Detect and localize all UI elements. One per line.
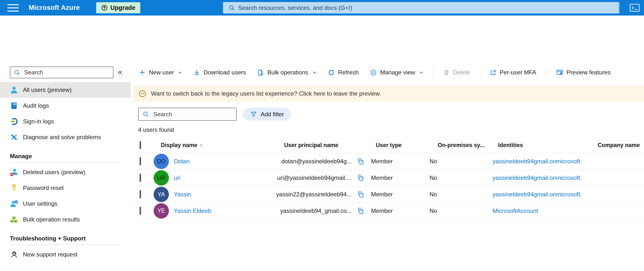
on-premises-cell: No xyxy=(429,191,492,198)
user-type-cell: Member xyxy=(370,174,429,181)
refresh-button[interactable]: Refresh xyxy=(328,69,359,76)
display-name-link[interactable]: Yassin Eldeeb xyxy=(174,208,211,214)
copy-icon[interactable] xyxy=(353,158,370,165)
upn-cell: yassineldeeb94_gmail.co... xyxy=(273,208,353,214)
delete-button[interactable]: Delete xyxy=(443,69,470,76)
upn-cell: yassin22@yassineldeeb94... xyxy=(273,191,353,198)
table-search-input[interactable] xyxy=(153,111,227,118)
per-user-mfa-button[interactable]: Per-user MFA xyxy=(490,69,536,76)
column-header-display-name[interactable]: Display name ↑ xyxy=(154,142,273,149)
sidebar-item-label: Bulk operation results xyxy=(23,216,80,223)
audit-logs-icon xyxy=(10,101,18,110)
preview-features-icon xyxy=(556,69,563,76)
global-search xyxy=(223,2,619,13)
select-all-cell xyxy=(140,142,154,149)
sidebar-item-label: Deleted users (preview) xyxy=(23,169,85,176)
table-row: DO Dotan dotan@yassineldeeb94g... Member… xyxy=(133,153,644,170)
document-arrow-icon xyxy=(257,69,264,76)
menu-icon[interactable] xyxy=(8,4,19,11)
chevron-down-icon xyxy=(178,70,182,75)
sidebar-item-sign-in-logs[interactable]: Sign-in logs xyxy=(0,114,131,129)
sidebar-item-all-users[interactable]: All users (preview) xyxy=(0,82,131,98)
display-name-link[interactable]: Yassin xyxy=(174,191,191,198)
on-premises-cell: No xyxy=(429,174,492,181)
plus-icon xyxy=(139,69,146,76)
row-checkbox[interactable] xyxy=(140,207,141,215)
user-type-cell: Member xyxy=(370,158,429,165)
sidebar-item-label: All users (preview) xyxy=(23,86,72,93)
refresh-label: Refresh xyxy=(338,69,359,76)
person-icon xyxy=(10,86,18,94)
identities-link[interactable]: MicrosoftAccount xyxy=(492,208,538,214)
column-header-upn[interactable]: User principal name xyxy=(273,142,353,149)
banner-message[interactable]: Want to switch back to the legacy users … xyxy=(151,90,381,97)
column-header-on-premises[interactable]: On-premises sy... xyxy=(429,142,492,149)
upgrade-label: Upgrade xyxy=(110,4,135,11)
sidebar-item-user-settings[interactable]: User settings xyxy=(0,196,131,212)
upgrade-icon xyxy=(101,4,108,11)
section-divider xyxy=(10,162,121,163)
copy-icon[interactable] xyxy=(353,207,370,215)
sidebar-item-label: User settings xyxy=(23,200,58,207)
identities-link[interactable]: yassineldeeb94gmail.onmicrosoft. xyxy=(492,191,582,198)
copy-icon[interactable] xyxy=(353,174,370,182)
avatar: YA xyxy=(154,187,169,202)
user-type-cell: Member xyxy=(370,191,429,198)
row-checkbox[interactable] xyxy=(140,157,141,165)
on-premises-cell: No xyxy=(429,158,492,165)
table-header-row: Display name ↑ User principal name User … xyxy=(133,137,644,153)
bulk-operations-button[interactable]: Bulk operations xyxy=(257,69,316,76)
on-premises-cell: No xyxy=(429,208,492,214)
download-users-label: Download users xyxy=(204,69,246,76)
sidebar-item-audit-logs[interactable]: Audit logs xyxy=(0,98,131,114)
sidebar-item-password-reset[interactable]: Password reset xyxy=(0,180,131,196)
upgrade-button[interactable]: Upgrade xyxy=(96,2,140,13)
cubes-icon xyxy=(10,215,18,224)
users-table: Display name ↑ User principal name User … xyxy=(133,137,644,219)
gear-icon xyxy=(370,69,377,76)
sidebar-search-input[interactable] xyxy=(24,69,106,76)
global-search-input[interactable] xyxy=(238,4,596,11)
manage-view-button[interactable]: Manage view xyxy=(370,69,423,76)
app-title[interactable]: Microsoft Azure xyxy=(28,4,80,11)
column-header-company-name[interactable]: Company name xyxy=(592,142,644,149)
refresh-icon xyxy=(328,69,334,76)
table-row: YA Yassin yassin22@yassineldeeb94... Mem… xyxy=(133,186,644,203)
preview-features-button[interactable]: Preview features xyxy=(556,69,611,76)
sidebar-item-label: Sign-in logs xyxy=(23,118,54,125)
display-name-link[interactable]: uri xyxy=(174,174,180,181)
sidebar-item-deleted-users[interactable]: Deleted users (preview) xyxy=(0,164,131,180)
user-type-cell: Member xyxy=(370,208,429,214)
filter-funnel-icon xyxy=(250,111,257,117)
toolbar-divider xyxy=(480,68,480,77)
chevron-down-icon xyxy=(312,70,316,75)
sidebar-item-bulk-results[interactable]: Bulk operation results xyxy=(0,212,131,227)
download-users-button[interactable]: Download users xyxy=(194,69,246,76)
search-icon xyxy=(14,69,20,76)
chevron-down-icon xyxy=(419,70,423,75)
key-icon xyxy=(10,184,18,192)
column-header-identities[interactable]: Identities xyxy=(492,142,592,149)
identities-link[interactable]: yassineldeeb94gmail.onmicrosoft. xyxy=(492,158,582,165)
new-user-button[interactable]: New user xyxy=(139,69,182,76)
column-header-user-type[interactable]: User type xyxy=(370,142,429,149)
cloud-shell-icon[interactable] xyxy=(630,4,640,12)
download-icon xyxy=(194,69,200,76)
sidebar-item-new-support-request[interactable]: New support request xyxy=(0,247,131,262)
collapse-sidebar-icon[interactable]: « xyxy=(118,67,122,76)
bulk-operations-label: Bulk operations xyxy=(267,69,308,76)
row-checkbox[interactable] xyxy=(140,174,141,182)
command-bar: New user Download users Bulk operations xyxy=(133,65,644,80)
deleted-user-icon xyxy=(10,168,18,176)
copy-icon[interactable] xyxy=(353,191,370,198)
display-name-link[interactable]: Dotan xyxy=(174,158,190,165)
section-divider xyxy=(10,245,121,245)
add-filter-button[interactable]: Add filter xyxy=(243,108,291,121)
row-checkbox[interactable] xyxy=(140,190,141,198)
select-all-checkbox[interactable] xyxy=(140,141,141,149)
minus-circle-icon xyxy=(138,90,146,98)
add-filter-label: Add filter xyxy=(260,111,284,118)
table-search xyxy=(138,108,237,121)
identities-link[interactable]: yassineldeeb94gmail.onmicrosoft. xyxy=(492,174,582,181)
sidebar-item-diagnose[interactable]: Diagnose and solve problems xyxy=(0,129,131,145)
